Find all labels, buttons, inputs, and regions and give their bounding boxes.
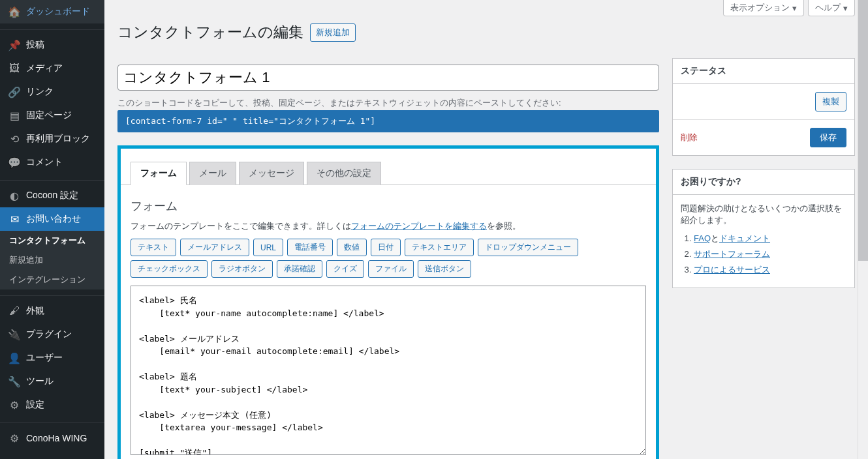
admin-sidebar: 🏠ダッシュボード 📌投稿 🖼メディア 🔗リンク ▤固定ページ ⟲再利用ブロック … xyxy=(0,0,104,459)
tag-button-6[interactable]: テキストエリア xyxy=(405,239,474,256)
shortcode-description: このショートコードをコピーして、投稿、固定ページ、またはテキストウィジェットの内… xyxy=(117,97,659,109)
tag-button-8[interactable]: チェックボックス xyxy=(131,260,208,278)
tag-button-1[interactable]: メールアドレス xyxy=(180,239,249,256)
plugins-icon: 🔌 xyxy=(8,328,21,341)
dashboard-icon: 🏠 xyxy=(8,5,21,18)
page-title: コンタクトフォームの編集 xyxy=(117,22,303,42)
link-icon: 🔗 xyxy=(8,85,21,98)
help-item-faq: FAQとドキュメント xyxy=(694,233,846,244)
sidebar-item-plugins[interactable]: 🔌プラグイン xyxy=(0,323,104,346)
pin-icon: 📌 xyxy=(8,38,21,52)
sidebar-item-label: ダッシュボード xyxy=(26,6,90,18)
shortcode-display[interactable]: [contact-form-7 id=" " title="コンタクトフォーム … xyxy=(117,110,659,132)
save-button[interactable]: 保存 xyxy=(810,128,846,147)
sidebar-item-label: ユーザー xyxy=(26,352,63,364)
editor-area: このショートコードをコピーして、投稿、固定ページ、またはテキストウィジェットの内… xyxy=(117,58,659,459)
main-content: 表示オプション ▾ ヘルプ ▾ コンタクトフォームの編集 新規追加 このショート… xyxy=(104,0,868,459)
cocoon-icon: ◐ xyxy=(8,189,21,202)
pro-service-link[interactable]: プロによるサービス xyxy=(694,265,770,274)
help-postbox: お困りですか? 問題解決の助けとなるいくつかの選択肢を紹介します。 FAQとドキ… xyxy=(672,169,855,288)
sidebar-item-users[interactable]: 👤ユーザー xyxy=(0,346,104,370)
chevron-down-icon: ▾ xyxy=(843,3,848,13)
submenu-add-new[interactable]: 新規追加 xyxy=(0,250,104,270)
scrollbar-thumb[interactable] xyxy=(858,0,868,261)
sidebar-item-label: Cocoon 設定 xyxy=(26,190,78,201)
page-icon: ▤ xyxy=(8,109,21,122)
help-label: ヘルプ xyxy=(815,2,841,14)
sidebar-item-label: 再利用ブロック xyxy=(26,133,90,145)
faq-link[interactable]: FAQ xyxy=(694,233,711,243)
screen-options-button[interactable]: 表示オプション ▾ xyxy=(723,0,804,16)
editor-tabs: フォーム メール メッセージ その他の設定 xyxy=(121,162,656,185)
help-item-support: サポートフォーラム xyxy=(694,248,846,260)
submenu-integration[interactable]: インテグレーション xyxy=(0,270,104,289)
help-item-pro: プロによるサービス xyxy=(694,264,846,276)
tag-button-9[interactable]: ラジオボタン xyxy=(211,260,273,278)
sidebar-item-label: 投稿 xyxy=(26,39,44,51)
sidebar-submenu: コンタクトフォーム 新規追加 インテグレーション xyxy=(0,231,104,289)
sidebar-separator xyxy=(0,27,104,30)
sidebar-item-label: メディア xyxy=(26,63,63,74)
tag-button-3[interactable]: 電話番号 xyxy=(287,239,333,256)
tab-mail[interactable]: メール xyxy=(189,162,236,185)
sidebar-item-links[interactable]: 🔗リンク xyxy=(0,80,104,104)
docs-link[interactable]: ドキュメント xyxy=(719,233,770,243)
sidebar-item-settings[interactable]: ⚙設定 xyxy=(0,393,104,417)
tag-button-2[interactable]: URL xyxy=(253,239,283,256)
panel-description: フォームのテンプレートをここで編集できます。詳しくはフォームのテンプレートを編集… xyxy=(131,220,646,232)
sidebar-item-label: 外観 xyxy=(26,305,44,317)
tag-button-10[interactable]: 承諾確認 xyxy=(277,260,322,278)
sidebar-item-dashboard[interactable]: 🏠ダッシュボード xyxy=(0,0,104,23)
tag-button-0[interactable]: テキスト xyxy=(131,239,176,256)
submenu-contact-forms[interactable]: コンタクトフォーム xyxy=(0,231,104,250)
help-button[interactable]: ヘルプ ▾ xyxy=(808,0,855,16)
postbox-header: ステータス xyxy=(673,59,854,84)
sidebar-separator xyxy=(0,420,104,423)
tag-button-13[interactable]: 送信ボタン xyxy=(418,260,471,278)
text: フォームのテンプレートをここで編集できます。詳しくは xyxy=(131,221,351,231)
tag-button-4[interactable]: 数値 xyxy=(337,239,367,256)
tag-generator: テキストメールアドレスURL電話番号数値日付テキストエリアドロップダウンメニュー… xyxy=(131,239,646,278)
scrollbar[interactable] xyxy=(858,0,868,459)
sidebar-separator xyxy=(0,293,104,296)
tab-additional[interactable]: その他の設定 xyxy=(307,162,381,185)
screen-options-label: 表示オプション xyxy=(730,2,790,14)
sidebar-item-label: ConoHa WING xyxy=(26,433,87,443)
tag-button-12[interactable]: ファイル xyxy=(368,260,414,278)
duplicate-button[interactable]: 複製 xyxy=(815,92,846,111)
sidebar-item-cocoon[interactable]: ◐Cocoon 設定 xyxy=(0,184,104,207)
sidebar-item-label: ツール xyxy=(26,376,54,387)
sidebar-item-contact[interactable]: ✉お問い合わせ xyxy=(0,207,104,231)
form-template-doc-link[interactable]: フォームのテンプレートを編集する xyxy=(351,221,487,231)
comments-icon: 💬 xyxy=(8,156,21,169)
form-content-textarea[interactable] xyxy=(131,286,646,455)
tag-button-7[interactable]: ドロップダウンメニュー xyxy=(478,239,578,256)
tab-messages[interactable]: メッセージ xyxy=(239,162,304,185)
chevron-down-icon: ▾ xyxy=(792,3,797,13)
status-heading: ステータス xyxy=(681,65,846,77)
users-icon: 👤 xyxy=(8,351,21,364)
sidebar-item-comments[interactable]: 💬コメント xyxy=(0,151,104,174)
sidebar-item-appearance[interactable]: 🖌外観 xyxy=(0,299,104,323)
status-postbox: ステータス 複製 削除 保存 xyxy=(672,58,855,156)
help-list: FAQとドキュメント サポートフォーラム プロによるサービス xyxy=(681,233,846,276)
sidebar-item-reusable[interactable]: ⟲再利用ブロック xyxy=(0,127,104,151)
tag-button-11[interactable]: クイズ xyxy=(326,260,364,278)
sidebar-item-tools[interactable]: 🔧ツール xyxy=(0,370,104,393)
panel-heading: フォーム xyxy=(131,198,646,214)
sidebar-item-label: 設定 xyxy=(26,399,44,411)
form-title-input[interactable] xyxy=(117,65,659,91)
sidebar-item-media[interactable]: 🖼メディア xyxy=(0,57,104,80)
text: と xyxy=(711,233,719,243)
sidebar-item-posts[interactable]: 📌投稿 xyxy=(0,33,104,57)
tab-form[interactable]: フォーム xyxy=(131,162,187,185)
add-new-button[interactable]: 新規追加 xyxy=(310,23,356,42)
support-forum-link[interactable]: サポートフォーラム xyxy=(694,249,770,259)
sidebar-item-pages[interactable]: ▤固定ページ xyxy=(0,104,104,127)
delete-link[interactable]: 削除 xyxy=(681,132,698,143)
sidebar-item-conoha[interactable]: ⚙ConoHa WING xyxy=(0,426,104,450)
sidebar-item-label: コメント xyxy=(26,156,63,168)
form-panel: フォーム フォームのテンプレートをここで編集できます。詳しくはフォームのテンプレ… xyxy=(121,185,656,459)
tag-button-5[interactable]: 日付 xyxy=(371,239,401,256)
postbox-header: お困りですか? xyxy=(673,170,854,195)
